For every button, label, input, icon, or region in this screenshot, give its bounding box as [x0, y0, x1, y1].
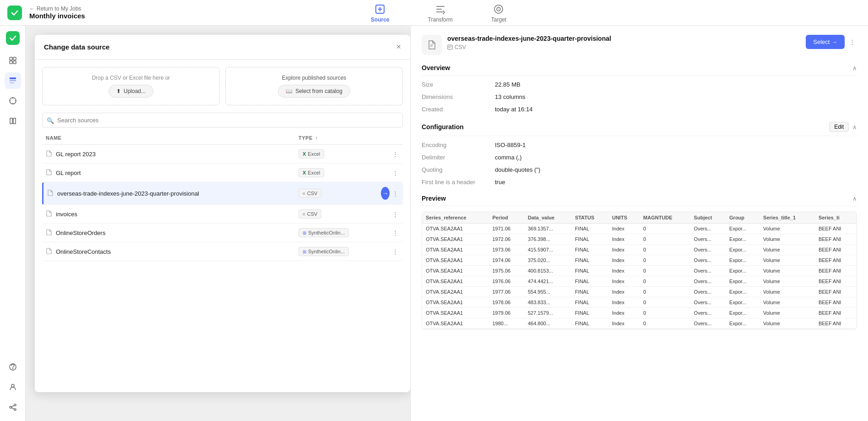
table-row[interactable]: GL report 2023 X Excel ⋮: [42, 145, 403, 164]
col-header-type: TYPE ↑: [298, 135, 381, 141]
preview-cell: Overs...: [690, 308, 726, 318]
preview-cell: OTVA.SEA2AA1: [422, 297, 488, 308]
overview-toggle-icon: ∧: [852, 65, 857, 71]
preview-tbody: OTVA.SEA2AA11971.06369.1357...FINALIndex…: [422, 224, 857, 329]
preview-cell: 464.800...: [524, 318, 571, 329]
svg-point-3: [498, 9, 499, 10]
select-from-catalog-button[interactable]: 📖 Select from catalog: [278, 85, 350, 98]
preview-cell: Index: [608, 234, 640, 245]
modal-close-button[interactable]: ×: [396, 42, 401, 52]
preview-cell: Index: [608, 224, 640, 234]
nav-step-target[interactable]: Target: [486, 1, 512, 25]
nav-left: ← Return to My Jobs Monthly invoices: [7, 5, 108, 20]
preview-cell: 1979.06: [488, 308, 524, 318]
nav-step-source[interactable]: Source: [365, 1, 395, 25]
preview-cell: Volume: [760, 308, 815, 318]
detail-filename: overseas-trade-indexes-june-2023-quarter…: [447, 35, 611, 42]
sidebar-item-share[interactable]: [5, 399, 21, 416]
table-row[interactable]: OnlineStoreOrders ⊞ SyntheticOnlin... ⋮: [42, 224, 403, 242]
row-type: ⊞ SyntheticOnlin...: [298, 247, 381, 256]
row-actions: → ⋮: [381, 187, 399, 200]
detail-more-button[interactable]: ⋮: [847, 37, 857, 47]
preview-cell: 400.8153...: [524, 266, 571, 276]
sidebar-item-jobs[interactable]: [5, 72, 21, 89]
row-more-button[interactable]: ⋮: [391, 229, 399, 237]
preview-cell: Index: [608, 297, 640, 308]
file-icon: [46, 248, 52, 256]
target-step-icon: [492, 3, 505, 16]
preview-cell: FINAL: [571, 224, 608, 234]
preview-cell: Volume: [760, 297, 815, 308]
table-row[interactable]: overseas-trade-indexes-june-2023-quarter…: [42, 182, 403, 205]
preview-cell: Index: [608, 245, 640, 255]
edit-config-button[interactable]: Edit: [829, 122, 849, 132]
preview-cell: 0: [640, 297, 690, 308]
row-more-button[interactable]: ⋮: [391, 247, 399, 256]
modal-title: Change data source: [44, 43, 109, 51]
preview-cell: OTVA.SEA2AA1: [422, 234, 488, 245]
preview-cell: BEEF ANI: [815, 266, 857, 276]
table-row[interactable]: invoices ≡ CSV ⋮: [42, 205, 403, 224]
app-shell: ← Return to My Jobs Monthly invoices Sou…: [0, 0, 868, 421]
preview-cell: 1975.06: [488, 266, 524, 276]
select-source-button[interactable]: Select →: [806, 35, 845, 49]
target-step-label: Target: [491, 16, 506, 23]
row-more-button[interactable]: ⋮: [391, 150, 399, 159]
preview-cell: Index: [608, 308, 640, 318]
nav-step-transform[interactable]: Transform: [423, 1, 458, 25]
file-icon: [46, 210, 52, 218]
main-body: Change data source × Drop a CSV or Excel…: [0, 26, 868, 421]
preview-cell: Overs...: [690, 276, 726, 287]
col-header-name: NAME: [46, 135, 298, 141]
preview-cell: OTVA.SEA2AA1: [422, 224, 488, 234]
top-nav: ← Return to My Jobs Monthly invoices Sou…: [0, 0, 868, 26]
change-datasource-modal: Change data source × Drop a CSV or Excel…: [35, 35, 410, 392]
overview-section-header[interactable]: Overview ∧: [422, 64, 857, 76]
preview-cell: Expor...: [726, 308, 760, 318]
preview-cell: OTVA.SEA2AA1: [422, 266, 488, 276]
preview-col-header: Period: [488, 212, 524, 224]
upload-button[interactable]: ⬆ Upload...: [108, 85, 153, 98]
preview-cell: 1971.06: [488, 224, 524, 234]
preview-cell: Volume: [760, 276, 815, 287]
encoding-value: ISO-8859-1: [495, 142, 857, 148]
back-button[interactable]: ← Return to My Jobs: [29, 5, 85, 12]
preview-cell: BEEF ANI: [815, 276, 857, 287]
row-more-button[interactable]: ⋮: [391, 210, 399, 219]
type-badge: ⊞ SyntheticOnlin...: [298, 247, 349, 256]
preview-row: OTVA.SEA2AA11977.06554.955...FINALIndex0…: [422, 287, 857, 297]
delimiter-value: comma (,): [495, 154, 857, 161]
row-type: ⊞ SyntheticOnlin...: [298, 228, 381, 237]
table-row[interactable]: OnlineStoreContacts ⊞ SyntheticOnlin... …: [42, 242, 403, 261]
row-name: OnlineStoreOrders: [46, 229, 298, 237]
select-row-button[interactable]: →: [381, 187, 390, 200]
type-badge: ≡ CSV: [298, 209, 321, 219]
row-more-button[interactable]: ⋮: [391, 189, 399, 198]
preview-cell: FINAL: [571, 255, 608, 266]
sidebar-item-explore[interactable]: [5, 93, 21, 109]
transform-step-label: Transform: [428, 16, 453, 23]
svg-rect-5: [13, 57, 16, 60]
preview-col-header: Series_ti: [815, 212, 857, 224]
row-more-button[interactable]: ⋮: [391, 169, 399, 177]
sidebar-item-help[interactable]: [5, 359, 21, 375]
sidebar: [0, 26, 26, 421]
back-arrow-icon: ←: [29, 5, 35, 12]
quoting-label: Quoting: [422, 166, 495, 173]
table-row[interactable]: GL report X Excel ⋮: [42, 164, 403, 182]
preview-col-header: STATUS: [571, 212, 608, 224]
row-actions: ⋮: [381, 210, 399, 219]
preview-row: OTVA.SEA2AA11975.06400.8153...FINALIndex…: [422, 266, 857, 276]
preview-thead: Series_referencePeriodData_valueSTATUSUN…: [422, 212, 857, 224]
preview-section-header[interactable]: Preview ∧: [422, 195, 857, 206]
config-section-header[interactable]: Configuration Edit ∧: [422, 122, 857, 136]
search-input[interactable]: [42, 113, 403, 128]
detail-title-section: overseas-trade-indexes-june-2023-quarter…: [422, 35, 806, 55]
sidebar-item-user[interactable]: [5, 379, 21, 395]
sidebar-item-dashboard[interactable]: [5, 52, 21, 69]
sidebar-item-catalog[interactable]: [5, 113, 21, 129]
preview-cell: Index: [608, 276, 640, 287]
svg-rect-7: [13, 61, 16, 64]
detail-title-block: overseas-trade-indexes-june-2023-quarter…: [447, 35, 611, 50]
created-value: today at 16:14: [495, 106, 857, 113]
